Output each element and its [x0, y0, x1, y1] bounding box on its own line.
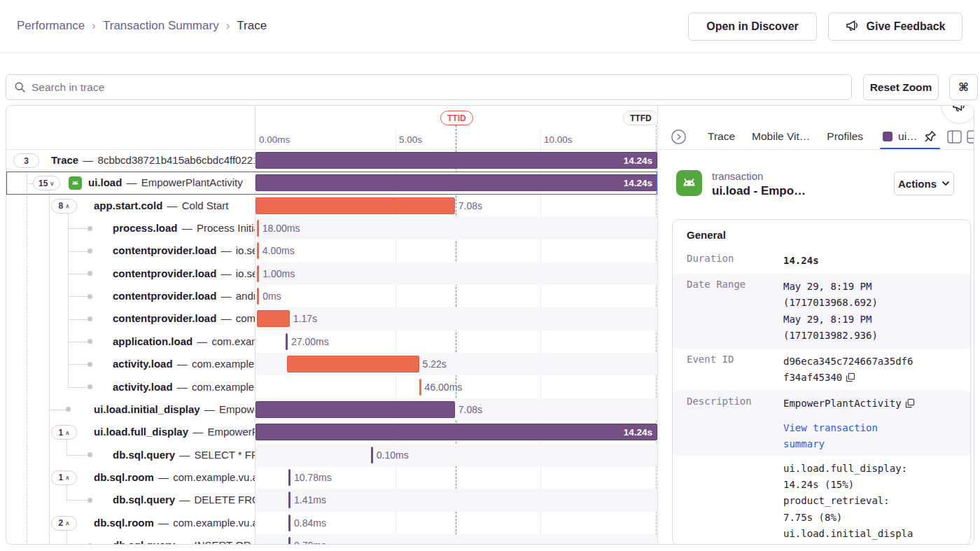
- span-count-toggle-badge[interactable]: 15∨: [33, 176, 60, 190]
- span-duration-label: 1.00ms: [262, 265, 295, 282]
- leaf-connector-dot: [88, 339, 92, 344]
- trace-tree-row[interactable]: 15∨ui.load — EmpowerPlantActivity: [6, 172, 255, 194]
- span-label: application.load — com.example.vu.androi…: [113, 330, 255, 353]
- span-duration-label: 0.84ms: [294, 515, 326, 531]
- waterfall-row[interactable]: 1.17s: [255, 307, 657, 330]
- trace-tree-row[interactable]: activity.load — com.example.vu.android.e…: [6, 353, 255, 375]
- copy-icon[interactable]: [905, 397, 915, 413]
- waterfall-row[interactable]: 10.78ms: [255, 466, 657, 489]
- details-tabs: Trace Mobile Vit… Profiles ui…: [658, 124, 974, 149]
- waterfall-row[interactable]: 14.24s: [255, 172, 657, 194]
- span-tick: [288, 515, 290, 531]
- breadcrumb-item-transaction-summary[interactable]: Transaction Summary: [103, 19, 219, 33]
- span-bar: [255, 401, 455, 418]
- trace-tree-row[interactable]: 3Trace — 8cbbcd38721b415ab6cbdc4ff0221a2…: [6, 149, 255, 172]
- span-bar: 14.24s: [255, 152, 657, 169]
- card-row-label: Description: [687, 396, 752, 407]
- ttfd-badge: TTFD: [623, 111, 657, 125]
- actions-button[interactable]: Actions: [894, 172, 954, 195]
- waterfall-row[interactable]: 0ms: [255, 285, 657, 307]
- trace-tree-row[interactable]: ui.load.initial_display — EmpowerPlantAc…: [6, 398, 255, 421]
- leaf-connector-dot: [88, 316, 92, 321]
- copy-icon[interactable]: [846, 371, 855, 387]
- search-bar: [6, 74, 852, 100]
- reset-zoom-button[interactable]: Reset Zoom: [863, 74, 939, 100]
- trace-tree-row[interactable]: contentprovider.load — io.sentry.android…: [6, 239, 255, 262]
- trace-tree-row[interactable]: 8∧app.start.cold — Cold Start: [6, 195, 255, 217]
- view-transaction-summary-link[interactable]: View transaction: [783, 420, 965, 436]
- view-transaction-summary-link[interactable]: summary: [783, 436, 965, 452]
- trace-tree-row[interactable]: contentprovider.load — androidx.startup.…: [6, 285, 255, 307]
- waterfall-row[interactable]: 14.24s: [255, 149, 657, 172]
- waterfall-row[interactable]: 14.24s: [255, 421, 657, 443]
- span-duration-label: 46.00ms: [425, 379, 463, 396]
- card-row-label: Date Range: [687, 279, 746, 290]
- trace-tree-row[interactable]: db.sql.query — SELECT * FROM products: [6, 444, 255, 466]
- waterfall-row[interactable]: 0.70ms: [255, 534, 657, 545]
- span-label: process.load — Process Initialization: [113, 217, 255, 239]
- tab-trace[interactable]: Trace: [708, 130, 735, 143]
- transaction-type-label: transaction: [712, 170, 806, 182]
- pin-icon[interactable]: [923, 130, 937, 144]
- trace-tree-row[interactable]: 2∧db.sql.room — com.example.vu.android.e…: [6, 512, 255, 534]
- open-in-discover-button[interactable]: Open in Discover: [688, 13, 817, 41]
- waterfall-row[interactable]: 0.10ms: [255, 444, 657, 466]
- trace-tree-row[interactable]: contentprovider.load — com.example.vu.an…: [6, 307, 255, 330]
- span-count-toggle-badge[interactable]: 1∧: [51, 470, 77, 485]
- card-row-value-line: 14.24s: [783, 253, 965, 269]
- span-label: activity.load — com.example.vu.android.e…: [113, 353, 255, 375]
- give-feedback-button[interactable]: Give Feedback: [828, 13, 962, 41]
- waterfall-row[interactable]: 0.84ms: [255, 512, 657, 534]
- tab-mobile-vitals[interactable]: Mobile Vit…: [752, 130, 810, 143]
- tab-profiles[interactable]: Profiles: [827, 130, 863, 143]
- leaf-connector-dot: [88, 249, 92, 253]
- span-tick: [257, 242, 259, 259]
- trace-tree-row[interactable]: activity.load — com.example.vu.android.M…: [6, 376, 255, 398]
- span-count-toggle-badge[interactable]: 2∧: [51, 516, 77, 531]
- breadcrumb-item-trace[interactable]: Trace: [237, 19, 267, 33]
- trace-tree-row[interactable]: 1∧ui.load.full_display — EmpowerPlantAct…: [6, 421, 255, 443]
- layout-drawer-bottom-icon[interactable]: [967, 130, 974, 144]
- trace-tree-row[interactable]: application.load — com.example.vu.androi…: [6, 330, 255, 353]
- chevron-up-icon: ∧: [65, 519, 69, 526]
- card-row-value-line: f34af45340: [783, 370, 965, 387]
- waterfall-row[interactable]: 18.00ms: [255, 217, 657, 239]
- card-row-value-line: 14.24s (15%): [783, 477, 965, 493]
- breadcrumb-item-performance[interactable]: Performance: [17, 19, 85, 33]
- waterfall-row[interactable]: 1.41ms: [255, 489, 657, 511]
- trace-tree-row[interactable]: contentprovider.load — io.sentry.android…: [6, 263, 255, 285]
- chevron-down-icon: [941, 181, 950, 186]
- span-count-toggle-badge[interactable]: 1∧: [51, 425, 77, 440]
- waterfall-row[interactable]: 4.00ms: [255, 239, 657, 262]
- card-row-value-line: ui.load.full_display:: [783, 461, 965, 477]
- tab-transaction-active[interactable]: ui…: [883, 124, 937, 149]
- trace-tree-row[interactable]: db.sql.query — INSERT OR REPLACE INTO fa…: [6, 534, 255, 545]
- leaf-connector-dot: [88, 384, 92, 389]
- span-count-toggle-badge[interactable]: 8∧: [51, 199, 77, 214]
- search-input[interactable]: [6, 74, 852, 100]
- waterfall-row[interactable]: 5.22s: [255, 353, 657, 375]
- waterfall-row[interactable]: 27.00ms: [255, 330, 657, 353]
- card-row-value-line: May 29, 8:19 PM: [783, 279, 965, 295]
- keyboard-shortcut-button[interactable]: ⌘: [949, 74, 978, 100]
- trace-tree-row[interactable]: process.load — Process Initialization: [6, 217, 255, 239]
- span-label: ui.load.initial_display — EmpowerPlantAc…: [94, 398, 255, 421]
- card-row-ops-breakdown: Ops Breakdown?ui.load.full_display:14.24…: [673, 456, 971, 545]
- waterfall-row[interactable]: 7.08s: [255, 195, 657, 217]
- trace-tree-row[interactable]: db.sql.query — DELETE FROM favorites: [6, 489, 255, 511]
- trace-tree-row[interactable]: 1∧db.sql.room — com.example.vu.android.e…: [6, 466, 255, 489]
- tree-resize-handle[interactable]: [255, 106, 255, 545]
- span-duration-label: 5.22s: [423, 356, 447, 372]
- card-row-value-line: (1717013968.692): [783, 295, 965, 311]
- feedback-circle-button[interactable]: [941, 105, 974, 124]
- layout-drawer-left-icon[interactable]: [947, 130, 962, 144]
- span-bar: [257, 310, 290, 327]
- waterfall-row[interactable]: 1.00ms: [255, 263, 657, 285]
- card-row-value-line: y: 7.08s (7%): [783, 542, 965, 545]
- collapse-panel-icon[interactable]: [671, 129, 687, 145]
- waterfall-row[interactable]: 46.00ms: [255, 376, 657, 398]
- card-row-description: DescriptionEmpowerPlantActivityView tran…: [673, 391, 971, 456]
- trace-view: 3Trace — 8cbbcd38721b415ab6cbdc4ff0221a2…: [6, 105, 974, 545]
- span-count-badge[interactable]: 3: [13, 153, 39, 168]
- waterfall-row[interactable]: 7.08s: [255, 398, 657, 421]
